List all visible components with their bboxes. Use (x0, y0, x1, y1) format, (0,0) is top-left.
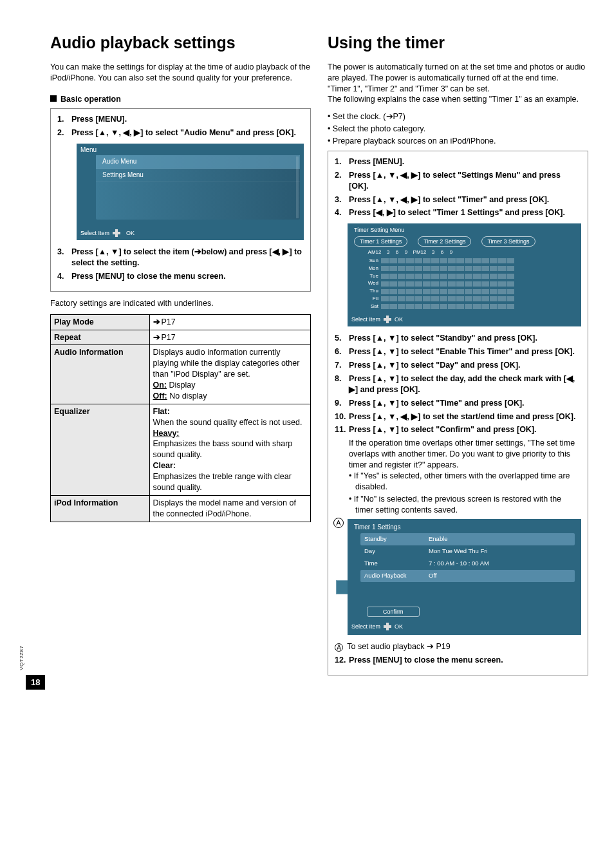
t1-row-day: DayMon Tue Wed Thu Fri (360, 545, 575, 558)
timer-tab-3: Timer 3 Settings (481, 236, 535, 247)
timer-tabs: Timer 1 Settings Timer 2 Settings Timer … (354, 236, 575, 247)
rstep-8: 8.Press [▲, ▼] to select the day, add th… (335, 373, 581, 395)
circle-a-inline-icon: A (335, 643, 343, 652)
rstep-1: 1.Press [MENU]. (335, 156, 581, 167)
audio-menu-figure: Menu Audio Menu Settings Menu Select Ite… (77, 144, 304, 240)
dpad-icon (383, 622, 392, 631)
intro-r1: The power is automatically turned on at … (328, 62, 588, 84)
rstep-11: 11.Press [▲, ▼] to select "Confirm" and … (335, 424, 581, 435)
pre-bullet: Set the clock. (➔P7) (328, 111, 588, 122)
arrow-right-icon (153, 317, 162, 326)
steps-box-right: 1.Press [MENU]. 2.Press [▲, ▼, ◀, ▶] to … (328, 151, 588, 675)
timer-fig-title: Timer Setting Menu (354, 226, 404, 234)
timer1-settings-figure: A Timer 1 Settings StandbyEnable DayMon … (348, 519, 581, 635)
table-row: Play Mode P17 (51, 314, 311, 330)
rstep-11-note: If the operation time overlaps other tim… (349, 438, 581, 471)
page-number: 18 (26, 675, 45, 690)
dpad-icon (112, 229, 121, 238)
timer-fig-footer: Select Item OK (351, 315, 403, 324)
t1-footer: Select Item OK (351, 622, 403, 631)
steps-box-left: 1.Press [MENU]. 2.Press [▲, ▼, ◀, ▶] to … (50, 108, 311, 291)
side-code-label: VQT2Z87 (19, 646, 26, 670)
rstep-6: 6.Press [▲, ▼] to select "Enable This Ti… (335, 346, 581, 357)
t1-panel: StandbyEnable DayMon Tue Wed Thu Fri Tim… (360, 533, 575, 616)
table-row: Audio Information Displays audio informa… (51, 345, 311, 404)
left-column: Audio playback settings You can make the… (50, 32, 311, 682)
square-icon (50, 95, 57, 102)
table-row: iPod Information Displays the model name… (51, 495, 311, 522)
heading-audio-playback: Audio playback settings (50, 32, 311, 54)
basic-operation-heading: Basic operation (50, 94, 311, 105)
rstep-5: 5.Press [▲, ▼] to select "Standby" and p… (335, 333, 581, 344)
pre-bullet: Prepare playback sources on an iPod/iPho… (328, 136, 588, 147)
pre-bullet: Select the photo category. (328, 124, 588, 135)
menu-footer: Select Item OK (80, 229, 135, 238)
t1-title: Timer 1 Settings (354, 523, 400, 532)
step-2: 2.Press [▲, ▼, ◀, ▶] to select "Audio Me… (57, 127, 304, 138)
rstep-11-no: If "No" is selected, the previous screen… (349, 494, 581, 516)
rstep-2: 2.Press [▲, ▼, ◀, ▶] to select "Settings… (335, 170, 581, 192)
timer-tab-1: Timer 1 Settings (354, 236, 407, 247)
t1-row-audio: Audio PlaybackOff (360, 570, 575, 582)
factory-note: Factory settings are indicated with unde… (50, 298, 311, 309)
intro-left: You can make the settings for display at… (50, 62, 311, 84)
settings-table: Play Mode P17 Repeat P17 Audio Informati… (50, 314, 311, 522)
intro-r3: The following explains the case when set… (328, 94, 588, 105)
rstep-3: 3.Press [▲, ▼, ◀, ▶] to select "Timer" a… (335, 194, 581, 205)
back-tab-icon (336, 580, 348, 594)
heading-using-timer: Using the timer (328, 32, 588, 54)
timer-setting-figure: Timer Setting Menu Timer 1 Settings Time… (348, 223, 581, 326)
rstep-4: 4.Press [◀, ▶] to select "Timer 1 Settin… (335, 207, 581, 218)
rstep-10: 10.Press [▲, ▼, ◀, ▶] to set the start/e… (335, 411, 581, 422)
step-4: 4.Press [MENU] to close the menu screen. (57, 271, 304, 282)
step-1: 1.Press [MENU]. (57, 114, 304, 125)
rstep-12: 12.Press [MENU] to close the menu screen… (335, 655, 581, 666)
arrow-right-icon (153, 333, 162, 342)
dpad-icon (383, 315, 392, 324)
table-row: Equalizer Flat: When the sound quality e… (51, 404, 311, 495)
timer-tab-2: Timer 2 Settings (418, 236, 471, 247)
table-row: Repeat P17 (51, 330, 311, 345)
intro-r2: "Timer 1", "Timer 2" and "Timer 3" can b… (328, 84, 588, 95)
menu-title: Menu (80, 146, 97, 155)
timer-grid: AM12 369 PM12 369 SunMonTueWedThuFriSat (366, 249, 575, 312)
t1-row-time: Time7 : 00 AM - 10 : 00 AM (360, 558, 575, 570)
menu-row-audio: Audio Menu (96, 155, 300, 169)
rstep-7: 7.Press [▲, ▼] to select "Day" and press… (335, 360, 581, 371)
circle-a-icon: A (333, 518, 344, 528)
rstep-9: 9.Press [▲, ▼] to select "Time" and pres… (335, 398, 581, 409)
rstep-11-yes: If "Yes" is selected, other timers with … (349, 471, 581, 493)
step-3: 3.Press [▲, ▼] to select the item (➔belo… (57, 247, 304, 269)
footnote-a: A To set audio playback ➔ P19 (335, 641, 581, 652)
right-column: Using the timer The power is automatical… (328, 32, 588, 682)
menu-row-settings: Settings Menu (96, 169, 300, 182)
t1-confirm-button: Confirm (367, 607, 420, 617)
menu-scrollbar (296, 156, 299, 218)
t1-row-standby: StandbyEnable (360, 533, 575, 545)
menu-panel: Audio Menu Settings Menu (96, 155, 300, 220)
